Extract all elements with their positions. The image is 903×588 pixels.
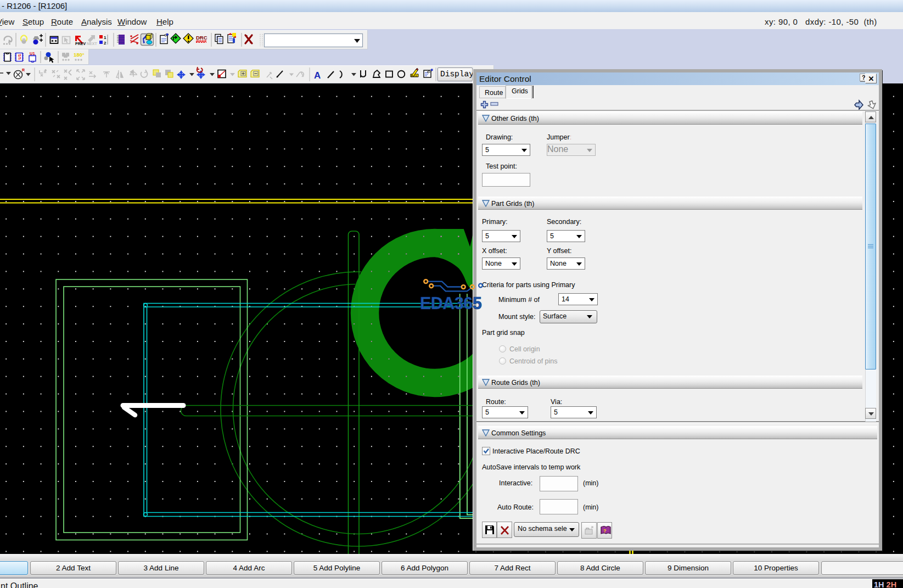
svg-text:?: ?	[603, 528, 607, 534]
